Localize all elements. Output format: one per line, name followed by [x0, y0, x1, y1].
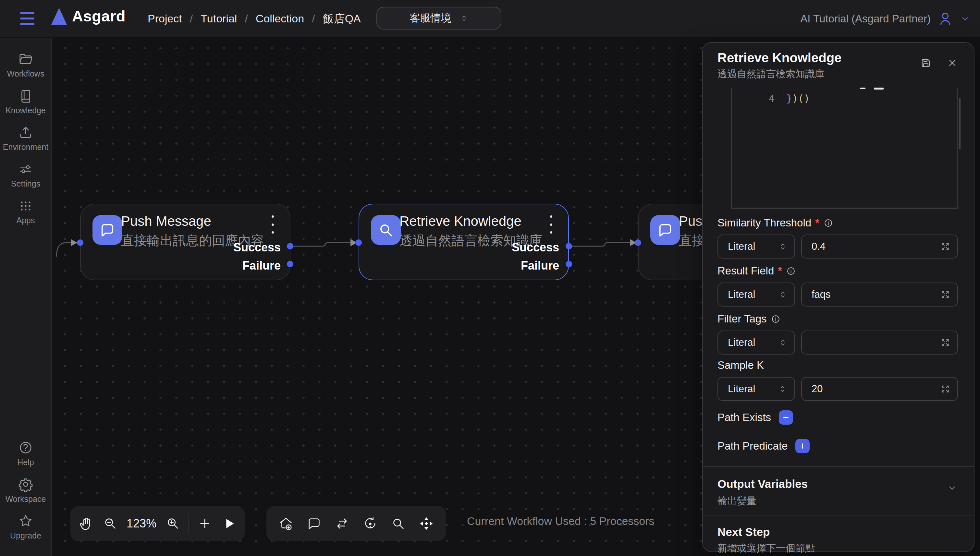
- node-menu-kebab-icon[interactable]: [549, 215, 553, 234]
- chevron-updown-icon: [460, 14, 468, 23]
- sidebar-item-apps[interactable]: Apps: [0, 198, 52, 225]
- pan-hand-icon[interactable]: [78, 515, 94, 532]
- topbar: Asgard Project / Tutorial / Collection /…: [0, 0, 980, 37]
- breadcrumb-current[interactable]: 飯店QA: [323, 11, 361, 26]
- node-retrieve-knowledge[interactable]: Retrieve Knowledge 透過自然語言檢索知識庫 Success F…: [359, 204, 569, 280]
- chat-bubble-icon: [92, 215, 122, 245]
- mode-select-value: Literal: [728, 289, 755, 301]
- mode-select[interactable]: Literal: [718, 234, 795, 259]
- upload-icon: [18, 125, 33, 140]
- add-path-exists-button[interactable]: [779, 411, 793, 425]
- search-canvas-icon[interactable]: [390, 515, 407, 532]
- field-result-field: Result Field * Literal faqs: [718, 264, 958, 307]
- add-home-node-icon[interactable]: [277, 515, 294, 532]
- sidebar-item-upgrade[interactable]: Upgrade: [0, 514, 52, 540]
- field-sample-k: Sample K Literal 20: [718, 359, 958, 401]
- code-line-4: 4 })(): [732, 87, 957, 105]
- menu-hamburger-icon[interactable]: [20, 11, 36, 26]
- run-play-icon[interactable]: [221, 515, 238, 532]
- mode-select-value: Literal: [728, 383, 755, 395]
- chevron-updown-icon: [778, 290, 787, 299]
- value-input[interactable]: faqs: [801, 283, 958, 307]
- panel-title: Retrieve Knowledge: [718, 51, 841, 65]
- required-asterisk: *: [815, 217, 819, 229]
- field-filter-tags: Filter Tags Literal: [718, 312, 958, 354]
- sidebar-item-workspace[interactable]: Workspace: [0, 477, 52, 504]
- value-text: 20: [812, 383, 823, 395]
- user-icon: [938, 11, 953, 26]
- triangle-logo-icon: [51, 8, 67, 25]
- value-input[interactable]: [801, 331, 958, 354]
- field-label: Result Field: [718, 265, 774, 277]
- search-icon: [371, 215, 401, 245]
- breadcrumb-project[interactable]: Project: [148, 12, 182, 25]
- output-variables-title: Output Variables: [718, 477, 808, 490]
- fit-view-icon[interactable]: [418, 515, 435, 532]
- account-name: AI Tutorial (Asgard Partner): [800, 13, 931, 25]
- node-config-panel: Retrieve Knowledge 透過自然語言檢索知識庫 4 })() Si…: [702, 42, 975, 552]
- save-icon[interactable]: [920, 57, 931, 69]
- adder-label: Path Exists: [718, 411, 771, 423]
- panel-divider: [703, 515, 974, 516]
- sidebar-label: Workspace: [5, 495, 46, 504]
- node-push-message-1[interactable]: Push Message 直接輸出訊息的回應內容 Success Failure: [80, 204, 290, 280]
- sidebar-item-settings[interactable]: Settings: [0, 162, 52, 189]
- node-output-failure[interactable]: Failure: [521, 259, 559, 273]
- mode-select[interactable]: Literal: [718, 377, 795, 401]
- node-output-failure[interactable]: Failure: [243, 259, 281, 273]
- mode-select-value: Literal: [728, 337, 755, 348]
- code-scrollbar-thumb[interactable]: [959, 98, 961, 149]
- expand-icon[interactable]: [940, 384, 950, 394]
- sidebar-item-environment[interactable]: Environment: [0, 125, 52, 152]
- swap-arrows-icon[interactable]: [333, 515, 351, 532]
- expand-icon[interactable]: [940, 290, 950, 299]
- node-menu-kebab-icon[interactable]: [270, 215, 275, 234]
- sidebar-item-knowledge[interactable]: Knowledge: [0, 88, 52, 115]
- info-icon[interactable]: [771, 314, 781, 324]
- value-input[interactable]: 20: [801, 377, 958, 401]
- mode-select[interactable]: Literal: [718, 283, 795, 307]
- next-step-subtitle: 新增或選擇下一個節點: [718, 542, 815, 555]
- node-title: Retrieve Knowledge: [399, 213, 521, 229]
- add-path-predicate-button[interactable]: [796, 439, 810, 453]
- node-title: Push Message: [121, 213, 211, 229]
- add-icon[interactable]: [196, 515, 213, 532]
- brand-name: Asgard: [72, 7, 126, 25]
- chevron-down-icon[interactable]: [946, 483, 957, 494]
- node-output-success[interactable]: Success: [233, 241, 281, 254]
- environment-select[interactable]: 客服情境: [377, 7, 501, 29]
- code-editor[interactable]: 4 })(): [731, 87, 957, 209]
- account-menu[interactable]: AI Tutorial (Asgard Partner): [800, 0, 970, 37]
- clipped-code-fragment: [860, 87, 865, 89]
- expand-icon[interactable]: [940, 242, 950, 251]
- zoom-out-icon[interactable]: [102, 515, 119, 532]
- code-token: )(): [792, 93, 810, 104]
- sidebar-label: Settings: [11, 179, 40, 189]
- breadcrumb-tutorial[interactable]: Tutorial: [201, 12, 237, 25]
- zoom-in-icon[interactable]: [165, 515, 181, 532]
- output-variables-subtitle: 輸出變量: [718, 495, 757, 508]
- expand-icon[interactable]: [940, 338, 950, 348]
- restart-idea-icon[interactable]: [362, 515, 379, 532]
- chevron-updown-icon: [778, 242, 787, 251]
- sidebar-item-workflows[interactable]: Workflows: [0, 52, 52, 79]
- breadcrumb-collection[interactable]: Collection: [256, 12, 304, 25]
- field-similarity-threshold: Similarity Threshold * Literal 0.4: [718, 217, 958, 259]
- sidebar-item-help[interactable]: Help: [0, 440, 52, 467]
- breadcrumb-separator: /: [245, 12, 247, 25]
- mode-select[interactable]: Literal: [718, 331, 795, 354]
- value-text: 0.4: [812, 241, 826, 252]
- required-asterisk: *: [778, 265, 782, 277]
- chevron-down-icon: [960, 14, 970, 24]
- info-icon[interactable]: [786, 266, 796, 276]
- field-label: Filter Tags: [718, 313, 767, 325]
- node-output-success[interactable]: Success: [512, 241, 559, 254]
- environment-select-value: 客服情境: [410, 11, 451, 25]
- close-icon[interactable]: [946, 57, 958, 69]
- breadcrumb-separator: /: [312, 12, 315, 25]
- zoom-level: 123%: [126, 517, 157, 530]
- comment-icon[interactable]: [306, 515, 323, 532]
- info-icon[interactable]: [823, 218, 833, 228]
- gear-icon: [18, 477, 33, 492]
- value-input[interactable]: 0.4: [801, 234, 958, 259]
